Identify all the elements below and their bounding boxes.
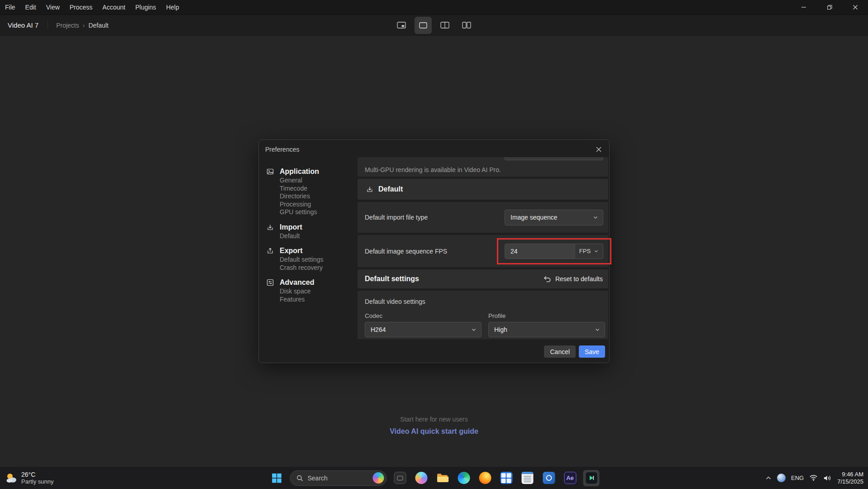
advanced-icon xyxy=(267,279,274,286)
menu-file[interactable]: File xyxy=(0,0,20,14)
layout-split-button[interactable] xyxy=(436,17,453,34)
wifi-icon[interactable] xyxy=(809,475,818,481)
search-highlight-icon[interactable] xyxy=(373,472,384,484)
dialog-footer: Cancel Save xyxy=(544,345,605,358)
sidebar-item-features[interactable]: Features xyxy=(280,296,355,304)
taskbar-app-edge[interactable] xyxy=(456,470,472,486)
import-file-type-dropdown[interactable]: Image sequence xyxy=(505,210,603,225)
sidebar-item-processing[interactable]: Processing xyxy=(280,201,355,209)
notepad-icon xyxy=(522,472,534,484)
menu-help[interactable]: Help xyxy=(161,0,184,14)
minimize-button[interactable] xyxy=(791,0,816,14)
maximize-button[interactable] xyxy=(816,0,842,14)
chevron-down-icon xyxy=(593,215,598,220)
layout-pip-button[interactable] xyxy=(393,17,410,34)
menu-view[interactable]: View xyxy=(41,0,65,14)
export-icon xyxy=(267,247,274,254)
taskbar-app-photos[interactable] xyxy=(541,470,557,486)
taskbar-app-file-explorer[interactable] xyxy=(434,470,451,486)
video-settings-label: Default video settings xyxy=(365,298,425,305)
weather-temperature: 26°C xyxy=(21,471,54,478)
sidebar-label-export: Export xyxy=(280,247,303,255)
sidebar-item-import-default[interactable]: Default xyxy=(280,232,355,240)
import-icon xyxy=(267,224,274,231)
sidebar-item-default-settings[interactable]: Default settings xyxy=(280,256,355,264)
sequence-fps-label: Default image sequence FPS xyxy=(365,248,447,255)
close-button[interactable] xyxy=(842,0,868,14)
taskbar-app-video-ai[interactable] xyxy=(583,470,600,486)
sidebar-item-disk-space[interactable]: Disk space xyxy=(280,288,355,296)
menu-edit[interactable]: Edit xyxy=(20,0,41,14)
sidebar-item-timecode[interactable]: Timecode xyxy=(280,185,355,193)
sidebar-label-application: Application xyxy=(280,168,319,176)
chevron-down-icon xyxy=(471,327,477,332)
tray-expand-chevron[interactable] xyxy=(765,475,772,481)
search-input[interactable] xyxy=(308,475,369,482)
start-button[interactable] xyxy=(269,470,285,486)
app-title: Video AI 7 xyxy=(8,21,38,29)
sidebar-section-export: Export Default settings Crash recovery xyxy=(267,246,355,272)
taskbar-app-notepad[interactable] xyxy=(520,470,536,486)
side-by-side-view-icon xyxy=(462,22,471,29)
folder-icon xyxy=(436,473,449,483)
clipped-gpu-dropdown[interactable] xyxy=(505,157,603,160)
edge-icon xyxy=(458,472,470,484)
sidebar-item-crash-recovery[interactable]: Crash recovery xyxy=(280,264,355,272)
sidebar-label-import: Import xyxy=(280,223,302,231)
taskbar-app-after-effects[interactable]: Ae xyxy=(562,470,578,486)
fps-unit-dropdown[interactable]: FPS xyxy=(575,244,603,259)
quick-start-guide-link[interactable]: Video AI quick start guide xyxy=(0,427,868,436)
menu-account[interactable]: Account xyxy=(97,0,130,14)
weather-texts: 26°C Partly sunny xyxy=(21,471,54,485)
weather-condition: Partly sunny xyxy=(21,478,54,485)
minimize-icon xyxy=(801,5,806,10)
tray-status-icon[interactable] xyxy=(777,474,786,482)
sidebar-header-export[interactable]: Export xyxy=(267,246,355,255)
sequence-fps-control: FPS xyxy=(505,244,603,259)
sidebar-subitems-advanced: Disk space Features xyxy=(280,288,355,303)
dialog-close-button[interactable] xyxy=(594,144,604,154)
default-settings-header-row: Default settings Reset to defaults xyxy=(358,269,608,288)
language-indicator[interactable]: ENG xyxy=(791,475,804,481)
codec-dropdown[interactable]: H264 xyxy=(365,322,482,337)
menu-plugins[interactable]: Plugins xyxy=(130,0,161,14)
sequence-fps-input[interactable] xyxy=(505,244,575,259)
reset-to-defaults-button[interactable]: Reset to defaults xyxy=(544,275,603,283)
firefox-icon xyxy=(479,472,491,484)
breadcrumb-projects[interactable]: Projects xyxy=(56,22,79,29)
toolbar-divider xyxy=(48,21,48,30)
sidebar-header-application[interactable]: Application xyxy=(267,167,355,176)
weather-widget[interactable]: 26°C Partly sunny xyxy=(5,467,54,489)
sidebar-item-gpu-settings[interactable]: GPU settings xyxy=(280,208,355,216)
volume-icon[interactable] xyxy=(823,475,832,482)
taskbar-app-copilot[interactable] xyxy=(413,470,429,486)
taskbar-app-blue-tiles[interactable] xyxy=(498,470,515,486)
import-file-type-label: Default import file type xyxy=(365,214,428,221)
taskbar-search[interactable] xyxy=(290,470,387,486)
breadcrumb-current: Default xyxy=(88,22,108,29)
taskbar-app-firefox[interactable] xyxy=(477,470,493,486)
default-settings-title: Default settings xyxy=(365,275,419,283)
codec-value: H264 xyxy=(371,326,386,333)
menu-process[interactable]: Process xyxy=(65,0,98,14)
default-section-title: Default xyxy=(378,185,403,193)
default-video-settings-row: Default video settings Codec Profile H26… xyxy=(358,291,608,339)
taskbar-center: Ae xyxy=(269,470,600,486)
clock[interactable]: 9:46 AM 7/15/2025 xyxy=(837,471,863,485)
new-user-hint: Start here for new users xyxy=(0,416,868,423)
layout-single-button[interactable] xyxy=(415,17,432,34)
sidebar-section-application: Application General Timecode Directories… xyxy=(267,167,355,216)
window-controls xyxy=(791,0,868,14)
sidebar-item-general[interactable]: General xyxy=(280,177,355,185)
clock-time: 9:46 AM xyxy=(837,471,863,478)
layout-side-by-side-button[interactable] xyxy=(458,17,475,34)
sidebar-header-import[interactable]: Import xyxy=(267,223,355,232)
chevron-down-icon xyxy=(595,327,600,332)
sidebar-header-advanced[interactable]: Advanced xyxy=(267,278,355,287)
fps-unit-label: FPS xyxy=(579,248,591,254)
sidebar-item-directories[interactable]: Directories xyxy=(280,192,355,201)
profile-dropdown[interactable]: High xyxy=(488,322,605,337)
cancel-button[interactable]: Cancel xyxy=(544,345,576,358)
save-button[interactable]: Save xyxy=(579,345,605,358)
taskbar-app-dark-window[interactable] xyxy=(392,470,408,486)
